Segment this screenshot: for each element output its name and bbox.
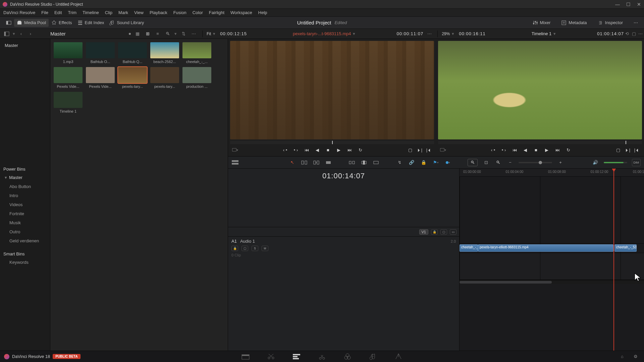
src-rev-icon[interactable]: ◀	[314, 147, 320, 153]
pool-item[interactable]: cheetah_-_...	[182, 42, 211, 64]
pool-item[interactable]: Pexels Vide...	[86, 67, 115, 88]
prg-play-icon[interactable]: ▶	[544, 147, 550, 153]
layout-button[interactable]	[3, 19, 14, 27]
pool-more-icon[interactable]: ⋯	[190, 31, 197, 37]
tl-lock-icon[interactable]: 🔒	[420, 159, 427, 166]
tl-replace-icon[interactable]	[372, 159, 380, 166]
single-viewer-icon[interactable]: ▢	[631, 31, 637, 37]
pool-item[interactable]: pexels-tary...	[118, 67, 147, 88]
tl-zoom-slider[interactable]	[519, 162, 552, 163]
edit-index-button[interactable]: Edit Index	[75, 19, 107, 27]
tl-zoom-detail-icon[interactable]: 🔍︎	[468, 159, 478, 166]
tl-dim-button[interactable]: DIM	[632, 159, 641, 166]
src-in-icon[interactable]: ⏵|	[417, 147, 423, 153]
timeline-name[interactable]: Timeline 1	[532, 31, 551, 36]
sidebar-geld[interactable]: Geld verdienen	[0, 236, 50, 245]
src-match-icon[interactable]: ▾	[232, 147, 238, 153]
sidebar-pb-master[interactable]: ▾Master	[0, 173, 50, 182]
mixer-button[interactable]: Mixer	[530, 19, 553, 27]
src-first-icon[interactable]: ⏮	[304, 147, 310, 153]
nav-fwd-icon[interactable]: ›	[27, 31, 34, 37]
deliver-page-icon[interactable]	[394, 352, 403, 361]
tl-volume-slider[interactable]	[604, 162, 627, 163]
nav-back-icon[interactable]: ‹	[18, 31, 24, 37]
menu-color[interactable]: Color	[193, 10, 203, 15]
cut-page-icon[interactable]	[267, 352, 275, 361]
src-out-icon[interactable]: |⏴	[426, 147, 432, 153]
menu-view[interactable]: View	[134, 10, 144, 15]
src-last-icon[interactable]: ⏭	[346, 147, 353, 153]
tl-marker-icon[interactable]: ▾	[444, 159, 451, 166]
fairlight-page-icon[interactable]	[369, 352, 377, 361]
src-play-icon[interactable]: ▶	[336, 147, 342, 153]
menu-davinci[interactable]: DaVinci Resolve	[3, 10, 35, 15]
tl-insert-icon[interactable]	[348, 159, 356, 166]
tl-speaker-icon[interactable]: 🔊	[592, 159, 599, 166]
menu-workspace[interactable]: Workspace	[230, 10, 252, 15]
edit-page-icon[interactable]	[292, 352, 301, 361]
tl-razor-icon[interactable]: ↯	[396, 159, 403, 166]
a1-auto-icon[interactable]: ▢	[241, 246, 248, 251]
menu-edit[interactable]: Edit	[54, 10, 62, 15]
tl-link-icon[interactable]: 🔗	[408, 159, 415, 166]
v1-badge[interactable]: V1	[419, 229, 428, 235]
prg-rev-icon[interactable]: ◀	[522, 147, 528, 153]
source-scrub[interactable]	[230, 141, 434, 144]
sound-library-button[interactable]: Sound Library	[107, 19, 147, 27]
v1-enable-icon[interactable]: ▭	[450, 229, 457, 235]
sidebar-musik[interactable]: Musik	[0, 218, 50, 227]
program-more-icon[interactable]: ⋯	[637, 31, 644, 37]
prg-match-icon[interactable]: ▾	[440, 147, 446, 153]
tl-select-icon[interactable]: ↖	[288, 159, 296, 166]
a1-header[interactable]: A1 Audio 1 2.0 🔒 ▢ S M 0 Clip	[228, 236, 459, 263]
media-pool-button[interactable]: Media Pool	[14, 19, 49, 27]
more-button[interactable]: ⋯	[631, 19, 641, 27]
a1-track[interactable]	[460, 253, 644, 280]
v1-track[interactable]: cheetah_-_5348...pexels-taryn-elliott-96…	[460, 244, 644, 253]
source-more-icon[interactable]: ⋯	[426, 31, 433, 37]
src-prev-mark-icon[interactable]: ‹ •	[282, 147, 288, 153]
a1-solo-icon[interactable]: S	[252, 246, 258, 251]
prg-next-mark-icon[interactable]: • ›	[501, 147, 507, 153]
src-next-mark-icon[interactable]: • ›	[293, 147, 299, 153]
tl-stack-icon[interactable]	[231, 159, 239, 166]
fit-dropdown[interactable]: Fit	[207, 32, 211, 36]
close-button[interactable]: ✕	[637, 2, 641, 7]
sidebar-intro[interactable]: Intro	[0, 191, 50, 200]
sidebar-videos[interactable]: Videos	[0, 200, 50, 209]
menu-timeline[interactable]: Timeline	[83, 10, 99, 15]
src-stop-icon[interactable]: ■	[325, 147, 331, 153]
fusion-page-icon[interactable]	[318, 352, 326, 361]
home-icon[interactable]: ⌂	[618, 352, 627, 361]
sidebar-keywords[interactable]: Keywords	[0, 258, 50, 267]
media-page-icon[interactable]	[241, 352, 250, 361]
sidebar-abo[interactable]: Abo Button	[0, 182, 50, 191]
src-loop-icon[interactable]: ↻	[357, 147, 363, 153]
effects-button[interactable]: Effects	[49, 19, 75, 27]
view-thumb-icon[interactable]: ▦	[134, 31, 141, 37]
menu-fusion[interactable]: Fusion	[173, 10, 186, 15]
a1-badge[interactable]: A1	[231, 239, 237, 244]
prg-in-icon[interactable]: ⏵|	[625, 147, 631, 153]
sidebar-outro[interactable]: Outro	[0, 227, 50, 236]
prg-stop-icon[interactable]: ■	[533, 147, 539, 153]
inspector-button[interactable]: Inspector	[595, 19, 626, 27]
pool-item[interactable]: beach-2562...	[150, 42, 179, 64]
tl-zoom-out-icon[interactable]: −	[506, 159, 514, 166]
view-list-icon[interactable]: ≡	[154, 31, 161, 37]
maximize-button[interactable]: ☐	[626, 2, 631, 7]
prg-frame-icon[interactable]: ▢	[615, 147, 621, 153]
program-canvas[interactable]	[438, 41, 642, 139]
tl-overwrite-icon[interactable]	[360, 159, 368, 166]
source-canvas[interactable]	[230, 41, 434, 139]
pool-item[interactable]: Bathtub Q...	[118, 42, 147, 64]
sidebar-fortnite[interactable]: Fortnite	[0, 209, 50, 218]
tl-blade-icon[interactable]	[325, 159, 332, 166]
sort-icon[interactable]: ⇅	[180, 31, 187, 37]
bypass-icon[interactable]: ⟲	[624, 31, 631, 37]
tl-zoom-in-icon[interactable]: +	[557, 159, 564, 166]
color-page-icon[interactable]	[343, 352, 352, 361]
timeline-scrollbar[interactable]	[460, 280, 644, 284]
minimize-button[interactable]: —	[615, 2, 620, 7]
tl-dynamic-icon[interactable]	[313, 159, 320, 166]
